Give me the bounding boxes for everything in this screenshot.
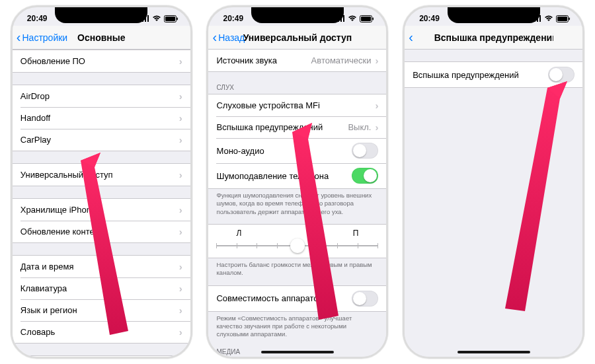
battery-icon [164,15,178,22]
row-software-update[interactable]: Обновление ПО › [13,50,190,72]
battery-icon [360,15,374,22]
row-label: Handoff [20,113,50,123]
toggle-mono-audio[interactable] [352,143,378,159]
chevron-right-icon: › [179,112,182,124]
row-label: AirDrop [20,91,50,101]
row-label: Слуховые устройства MFi [216,100,319,110]
row-language-region[interactable]: Язык и регион › [13,299,190,321]
svg-rect-3 [147,15,149,22]
back-button[interactable]: ‹ Назад [212,32,245,43]
row-value: Автоматически [311,55,372,65]
row-keyboard[interactable]: Клавиатура › [13,277,190,299]
chevron-left-icon: ‹ [212,32,217,42]
row-label: Обновление контента [20,227,108,237]
row-value: Выкл. [348,122,371,132]
row-dictionary[interactable]: Словарь › [13,321,190,343]
row-label: Дата и время [20,262,74,272]
row-label: Совместимость аппаратов [216,293,323,303]
toggle-noise-cancellation[interactable] [352,168,378,184]
row-label: Моно-аудио [216,146,264,156]
balance-left-label: Л [236,229,241,238]
content-scroll[interactable]: Обновление ПО › AirDrop › Handoff › CarP… [13,50,190,357]
row-accessibility[interactable]: Универсальный доступ › [13,164,190,186]
chevron-right-icon: › [179,226,182,237]
chevron-right-icon: › [375,122,378,133]
row-hearing-aid-compatibility[interactable]: Совместимость аппаратов [208,286,386,311]
battery-icon [556,15,571,22]
chevron-left-icon: ‹ [409,32,413,42]
chevron-right-icon: › [375,100,378,111]
nav-bar: ‹ Вспышка предупреждений [405,26,582,50]
row-label: Клавиатура [20,283,67,293]
chevron-right-icon: › [179,91,182,102]
nav-bar: ‹ Настройки Основные [13,26,190,50]
row-background-refresh[interactable]: Обновление контента › [13,221,190,242]
svg-rect-19 [557,17,567,21]
row-carplay[interactable]: CarPlay › [13,129,190,151]
chevron-left-icon: ‹ [17,32,21,42]
row-label: Словарь [20,327,55,337]
toggle-compatibility[interactable] [352,291,378,307]
nav-title: Универсальный доступ [243,32,352,43]
slider-thumb[interactable] [290,238,305,253]
svg-rect-5 [165,17,175,21]
back-button[interactable]: ‹ Настройки [17,32,67,43]
toggle-led-flash[interactable] [548,67,575,83]
section-hearing-header: СЛУХ [208,81,386,94]
notch [251,7,344,23]
nav-title: Основные [77,32,126,43]
row-handoff[interactable]: Handoff › [13,107,190,129]
nav-title: Вспышка предупреждений [434,32,553,43]
row-airdrop[interactable]: AirDrop › [13,85,190,107]
notch [55,7,147,23]
row-hearing-devices[interactable]: Слуховые устройства MFi › [208,94,386,116]
chevron-right-icon: › [179,169,182,180]
status-time: 20:49 [27,14,48,23]
balance-slider[interactable] [216,239,378,252]
row-led-flash-alerts[interactable]: Вспышка предупреждений Выкл.› [208,116,386,138]
back-label: Настройки [22,32,68,43]
row-date-time[interactable]: Дата и время › [13,256,190,277]
phone-general-settings: 20:49 ‹ Настройки Основные Обновление ПО… [11,5,192,359]
row-label: Хранилище iPhone [20,205,96,215]
home-indicator[interactable] [261,351,334,353]
home-indicator[interactable] [457,351,530,353]
svg-rect-10 [343,15,344,22]
chevron-right-icon: › [179,261,182,272]
nav-bar: ‹ Назад Универсальный доступ [208,26,386,50]
wifi-icon [152,15,161,22]
noise-cancel-footer: Функция шумоподавления снижает уровень в… [208,189,386,217]
compat-footer: Режим «Совместимость аппаратов» улучшает… [208,312,386,340]
content-scroll[interactable]: Вспышка предупреждений [405,50,582,357]
row-label: Универсальный доступ [20,170,113,180]
balance-footer: Настроить баланс громкости между левым и… [208,258,386,279]
chevron-right-icon: › [179,204,182,215]
row-label: Вспышка предупреждений [216,122,323,132]
row-itunes-wifi-sync[interactable]: Синхронизация с iTunes по Wi-Fi › [13,356,190,357]
row-label: Язык и регион [20,305,77,315]
chevron-right-icon: › [179,283,182,294]
back-label: Назад [218,32,245,43]
chevron-right-icon: › [375,55,378,66]
row-sound-source[interactable]: Источник звука Автоматически› [208,50,386,71]
wifi-icon [348,15,357,22]
row-led-flash-toggle[interactable]: Вспышка предупреждений [405,62,582,87]
phone-accessibility: 20:49 ‹ Назад Универсальный доступ Источ… [206,5,388,359]
chevron-right-icon: › [179,305,182,316]
status-time: 20:49 [419,14,440,23]
row-noise-cancellation[interactable]: Шумоподавление телефона [208,163,386,188]
chevron-right-icon: › [179,134,182,145]
row-label: Шумоподавление телефона [216,171,329,181]
status-time: 20:49 [223,14,243,23]
phone-led-flash: 20:49 ‹ Вспышка предупреждений Вспышка п… [403,5,584,359]
chevron-right-icon: › [179,55,182,67]
chevron-right-icon: › [179,326,182,338]
back-button[interactable]: ‹ [409,34,413,42]
svg-rect-13 [373,17,374,20]
row-label: Источник звука [216,55,276,65]
row-storage[interactable]: Хранилище iPhone › [13,199,190,221]
row-mono-audio[interactable]: Моно-аудио [208,138,386,163]
svg-rect-12 [361,17,371,21]
svg-rect-17 [539,15,541,22]
content-scroll[interactable]: Источник звука Автоматически› СЛУХ Слухо… [208,50,386,357]
